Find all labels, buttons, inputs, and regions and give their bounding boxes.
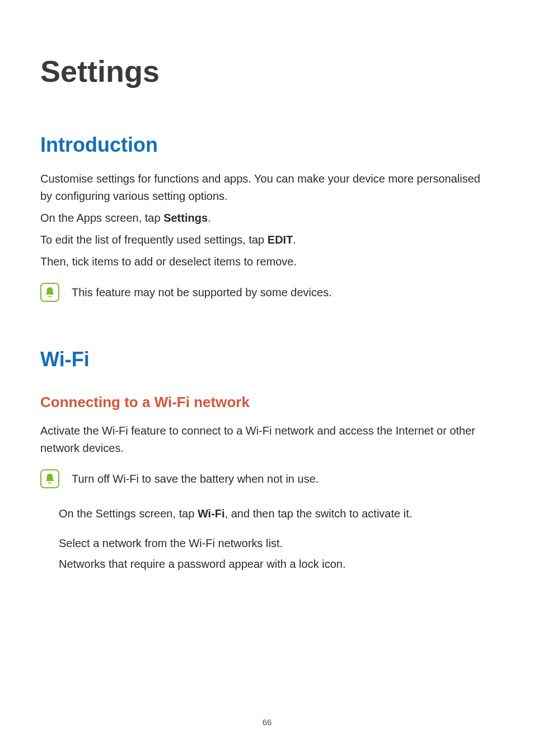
text: To edit the list of frequently used sett… <box>40 234 268 246</box>
note-box-1: This feature may not be supported by som… <box>40 283 494 302</box>
text: On the Settings screen, tap <box>59 507 198 520</box>
text: . <box>208 212 211 224</box>
step-1: On the Settings screen, tap Wi-Fi, and t… <box>40 505 494 522</box>
text: . <box>293 234 296 246</box>
note-text-2: Turn off Wi-Fi to save the battery when … <box>72 470 318 487</box>
note-box-2: Turn off Wi-Fi to save the battery when … <box>40 469 494 488</box>
bold-wifi: Wi-Fi <box>198 507 225 520</box>
text: On the Apps screen, tap <box>40 212 163 224</box>
section-heading-introduction: Introduction <box>40 133 494 157</box>
step-2: Select a network from the Wi-Fi networks… <box>40 535 494 573</box>
section-heading-wifi: Wi-Fi <box>40 348 494 371</box>
intro-paragraph-1: Customise settings for functions and app… <box>40 170 494 205</box>
bold-edit: EDIT <box>268 234 293 246</box>
subsection-heading-connecting: Connecting to a Wi-Fi network <box>40 394 494 411</box>
intro-paragraph-3: To edit the list of frequently used sett… <box>40 231 494 249</box>
page-title: Settings <box>40 54 494 88</box>
step-2-text-b: Networks that require a password appear … <box>59 556 494 573</box>
step-1-text: On the Settings screen, tap Wi-Fi, and t… <box>59 505 494 522</box>
page-number: 66 <box>0 717 534 727</box>
note-text-1: This feature may not be supported by som… <box>72 284 332 301</box>
notification-bell-icon <box>40 283 59 302</box>
bold-settings: Settings <box>163 212 208 224</box>
intro-paragraph-2: On the Apps screen, tap Settings. <box>40 209 494 227</box>
notification-bell-icon <box>40 469 59 488</box>
intro-paragraph-4: Then, tick items to add or deselect item… <box>40 253 494 270</box>
text: , and then tap the switch to activate it… <box>225 507 413 520</box>
wifi-paragraph-1: Activate the Wi-Fi feature to connect to… <box>40 422 494 457</box>
step-2-text-a: Select a network from the Wi-Fi networks… <box>59 535 494 552</box>
